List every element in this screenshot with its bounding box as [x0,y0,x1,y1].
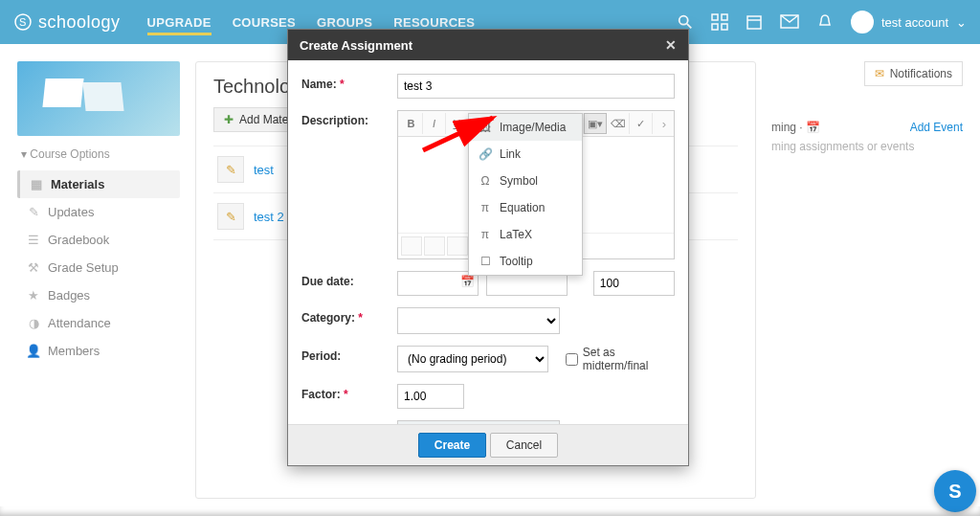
svg-point-2 [679,16,688,25]
course-banner [17,61,180,136]
latex-icon: π [479,228,492,241]
cancel-button[interactable]: Cancel [490,433,558,458]
assignment-label: test 2 [254,210,284,224]
add-materials-button[interactable]: ✚Add Mate [213,107,299,132]
sidebar-item-attendance[interactable]: ◑Attendance [17,309,180,337]
user-menu[interactable]: test account ⌄ [851,11,967,34]
insert-equation[interactable]: πEquation [469,194,582,221]
right-column: ✉ Notifications ming · 📅 Add Event ming … [771,61,963,499]
top-right: test account ⌄ [677,11,967,34]
sidebar-item-label: Updates [48,205,94,219]
sidebar-item-gradebook[interactable]: ☰Gradebook [17,226,180,254]
upcoming-label: ming [771,121,796,134]
svg-text:S: S [19,16,27,28]
name-input[interactable] [397,74,675,99]
svg-rect-5 [722,14,727,20]
mail-icon[interactable] [780,14,799,30]
midterm-checkbox[interactable] [566,353,578,366]
course-options[interactable]: ▾ Course Options [17,142,180,170]
factor-label: Factor: * [301,384,397,401]
sidebar-item-label: Grade Setup [48,260,119,275]
attendance-icon: ◑ [27,317,40,330]
calendar-icon[interactable] [746,13,763,31]
sidebar-item-updates[interactable]: ✎Updates [17,198,180,226]
badges-icon: ★ [27,289,40,303]
factor-input[interactable] [397,384,464,409]
plus-icon: ✚ [224,113,234,126]
close-icon[interactable]: ✕ [665,37,677,53]
period-select[interactable]: (No grading period) [397,346,548,372]
image-icon: 🖼 [479,121,492,134]
apps-icon[interactable] [711,13,728,31]
scale-select[interactable]: ▦ Numeric [397,420,560,424]
svg-line-3 [687,24,692,29]
svg-rect-8 [747,16,761,29]
modal-title: Create Assignment [300,38,412,53]
sidebar-item-members[interactable]: 👤Members [17,337,180,365]
avatar [851,11,874,34]
bell-icon[interactable] [816,13,834,31]
modal-header: Create Assignment ✕ [288,30,688,60]
svg-rect-7 [722,24,727,30]
insert-link[interactable]: 🔗Link [469,141,582,168]
screenshot-shadow [0,506,980,516]
points-input[interactable] [593,271,675,296]
due-date-label: Due date: [301,271,397,288]
sidebar-item-label: Gradebook [48,233,109,247]
sidebar-item-label: Materials [51,177,104,191]
italic-button[interactable]: I [423,113,446,134]
category-select[interactable] [397,307,560,334]
nav-upgrade[interactable]: UPGRADE [147,2,212,43]
spellcheck-button[interactable]: ✓ [630,113,653,134]
notifications-button[interactable]: ✉ Notifications [864,61,963,86]
insert-dropdown: 🖼Image/Media 🔗Link ΩSymbol πEquation πLa… [468,113,583,276]
insert-latex[interactable]: πLaTeX [469,221,582,248]
assignment-icon: ✎ [217,156,244,183]
add-event-link[interactable]: Add Event [910,121,963,134]
mail-small-icon: ✉ [875,67,884,80]
sidebar-item-label: Badges [48,288,90,303]
bold-button[interactable]: B [400,113,423,134]
calendar-small-icon: 📅 [806,121,820,134]
dd-label: Symbol [500,174,538,188]
toolbar-expand-icon[interactable]: › [657,117,672,131]
sidebar-item-badges[interactable]: ★Badges [17,281,180,309]
user-name: test account [881,15,948,30]
sidebar-item-grade-setup[interactable]: ⚒Grade Setup [17,254,180,281]
modal-footer: Create Cancel [288,424,688,465]
upcoming-panel: ming · 📅 Add Event ming assignments or e… [771,86,963,153]
gradebook-icon: ☰ [27,234,40,247]
dd-label: Equation [500,201,545,214]
description-label: Description: [301,110,397,127]
editor-tool-3[interactable] [447,236,468,256]
midterm-checkbox-label[interactable]: Set as midterm/final [566,346,675,372]
add-materials-label: Add Mate [239,113,288,126]
sidebar-item-label: Attendance [48,316,111,330]
underline-button[interactable]: U [446,113,469,134]
editor-tool-1[interactable] [401,236,422,256]
dd-label: Link [500,147,521,161]
brand-logo[interactable]: S schoology [13,12,121,33]
tooltip-icon: ☐ [479,255,492,268]
assignment-label: test [254,163,274,177]
sidebar-item-materials[interactable]: ▦Materials [17,170,180,198]
no-upcoming-text: ming assignments or events [771,140,963,153]
notifications-label: Notifications [890,67,952,80]
brand-text: schoology [38,12,121,33]
clear-format-button[interactable]: ⌫ [607,113,630,134]
svg-rect-4 [712,14,718,20]
dd-label: LaTeX [500,228,532,241]
scale-label: Scale/Rubric:* [301,420,397,424]
svg-rect-6 [712,24,718,30]
insert-tooltip[interactable]: ☐Tooltip [469,248,582,275]
editor-tool-2[interactable] [424,236,445,256]
insert-symbol[interactable]: ΩSymbol [469,168,582,194]
materials-icon: ▦ [30,178,43,191]
create-button[interactable]: Create [418,433,486,458]
insert-menu-button[interactable]: ▣▾ [584,113,607,134]
due-date-input[interactable] [397,271,479,296]
insert-image-media[interactable]: 🖼Image/Media [469,114,582,141]
sidebar-item-label: Members [48,344,100,358]
dd-label: Tooltip [500,255,533,268]
midterm-text: Set as midterm/final [583,346,675,372]
